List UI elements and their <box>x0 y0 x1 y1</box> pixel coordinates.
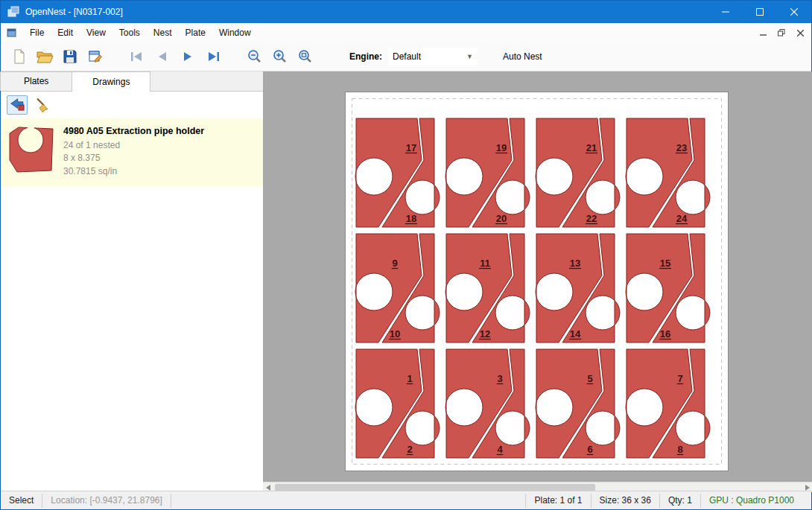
part-number: 21 <box>586 142 597 153</box>
main-toolbar: Engine: Default ▼ Auto Nest <box>1 42 811 71</box>
drawing-area: 30.7815 sq/in <box>63 165 204 178</box>
nesting-canvas[interactable]: 171819202122232491011121314151612345678 <box>263 71 812 492</box>
mdi-minimize-icon <box>760 30 767 36</box>
status-bar: Select Location: [-0.9437, 21.8796] Plat… <box>1 491 811 509</box>
resize-grip[interactable] <box>802 491 811 510</box>
nested-part-pair[interactable]: 910 <box>355 234 440 342</box>
part-number: 10 <box>390 328 400 340</box>
document-icon <box>7 28 17 38</box>
replace-drawing-button[interactable] <box>7 95 28 115</box>
part-number: 19 <box>496 142 507 153</box>
zoom-out-button[interactable] <box>242 45 267 68</box>
new-button[interactable] <box>7 45 32 68</box>
menu-bar: File Edit View Tools Nest Plate Window <box>1 23 811 42</box>
part-number: 20 <box>496 213 507 224</box>
go-first-button[interactable] <box>124 45 150 68</box>
status-qty: Qty: 1 <box>660 494 700 507</box>
engine-selected-value: Default <box>393 51 421 62</box>
part-number: 24 <box>676 213 688 224</box>
status-divider <box>171 494 171 508</box>
save-icon <box>62 48 78 65</box>
title-bar: OpenNest - [N0317-002] <box>1 1 811 23</box>
menu-nest[interactable]: Nest <box>147 24 179 42</box>
nested-part-pair[interactable]: 1112 <box>445 234 530 342</box>
mdi-minimize-button[interactable] <box>755 25 771 40</box>
minimize-button[interactable] <box>708 1 743 23</box>
menu-edit[interactable]: Edit <box>51 24 80 42</box>
menu-view[interactable]: View <box>80 24 112 42</box>
part-number: 4 <box>497 444 503 455</box>
save-button[interactable] <box>57 45 83 68</box>
part-number: 18 <box>406 213 416 224</box>
mdi-close-button[interactable] <box>792 25 808 40</box>
nested-part-pair[interactable]: 56 <box>536 349 620 458</box>
zoom-fit-icon <box>297 48 314 65</box>
tab-drawings[interactable]: Drawings <box>72 71 150 92</box>
plate-sheet[interactable]: 171819202122232491011121314151612345678 <box>345 92 729 471</box>
go-last-icon <box>205 50 221 63</box>
go-previous-button[interactable] <box>150 45 175 68</box>
mdi-restore-button[interactable] <box>773 25 790 40</box>
status-gpu: GPU : Quadro P1000 <box>701 494 802 507</box>
nested-part-pair[interactable]: 78 <box>626 349 710 458</box>
nested-part-pair[interactable]: 1718 <box>355 118 440 227</box>
new-file-icon <box>11 48 28 65</box>
drawings-toolbar <box>1 92 263 118</box>
status-size: Size: 36 x 36 <box>591 494 659 507</box>
close-icon <box>790 8 798 16</box>
drawing-nested-count: 24 of 1 nested <box>63 139 204 152</box>
go-next-icon <box>180 50 196 63</box>
open-button[interactable] <box>32 45 57 68</box>
part-number: 15 <box>660 258 670 269</box>
maximize-button[interactable] <box>743 1 777 23</box>
auto-nest-button[interactable]: Auto Nest <box>497 48 548 65</box>
zoom-fit-button[interactable] <box>293 45 318 68</box>
horizontal-scrollbar-thumb[interactable] <box>275 484 595 491</box>
part-number: 2 <box>407 444 412 455</box>
zoom-in-button[interactable] <box>267 45 293 68</box>
nested-part-pair[interactable]: 2324 <box>626 118 710 227</box>
status-mode: Select <box>1 494 42 507</box>
nested-part-pair[interactable]: 34 <box>445 349 530 458</box>
mdi-close-icon <box>797 30 804 36</box>
part-number: 6 <box>587 444 592 455</box>
menu-file[interactable]: File <box>23 24 51 42</box>
menu-plate[interactable]: Plate <box>179 24 212 42</box>
part-number: 5 <box>587 373 592 384</box>
maximize-icon <box>756 8 764 16</box>
nested-part-pair[interactable]: 1516 <box>626 234 710 342</box>
zoom-in-icon <box>272 48 288 65</box>
part-number: 16 <box>660 328 670 340</box>
nested-part-pair[interactable]: 1314 <box>536 234 620 342</box>
part-number: 3 <box>497 373 502 384</box>
part-number: 12 <box>480 328 490 340</box>
nested-part-pair[interactable]: 12 <box>355 349 440 458</box>
save-edit-button[interactable] <box>83 45 108 68</box>
menu-tools[interactable]: Tools <box>112 24 147 42</box>
go-previous-icon <box>154 50 171 63</box>
app-window: OpenNest - [N0317-002] File Edit View To… <box>0 0 812 510</box>
nested-part-pair[interactable]: 1920 <box>445 118 530 227</box>
mdi-restore-icon <box>778 29 785 36</box>
menu-window[interactable]: Window <box>212 24 258 42</box>
go-last-button[interactable] <box>200 45 226 68</box>
part-number: 9 <box>392 258 397 269</box>
engine-select[interactable]: Default ▼ <box>388 48 478 66</box>
panel-tabbar: Plates Drawings <box>1 71 263 92</box>
tab-plates[interactable]: Plates <box>0 71 72 91</box>
part-number: 17 <box>406 142 416 153</box>
go-first-icon <box>129 50 145 63</box>
chevron-down-icon: ▼ <box>466 53 473 60</box>
status-plate: Plate: 1 of 1 <box>526 494 590 507</box>
open-folder-icon <box>36 48 54 65</box>
part-number: 8 <box>677 444 682 455</box>
part-number: 7 <box>677 373 682 384</box>
go-next-button[interactable] <box>175 45 200 68</box>
window-title: OpenNest - [N0317-002] <box>25 7 123 17</box>
close-button[interactable] <box>777 1 811 23</box>
clear-button[interactable] <box>32 95 53 115</box>
part-number: 23 <box>676 142 687 153</box>
nested-part-pair[interactable]: 2122 <box>536 118 620 227</box>
part-thumbnail <box>7 124 56 175</box>
drawing-list-item[interactable]: 4980 A05 Extraction pipe holder 24 of 1 … <box>1 118 263 187</box>
